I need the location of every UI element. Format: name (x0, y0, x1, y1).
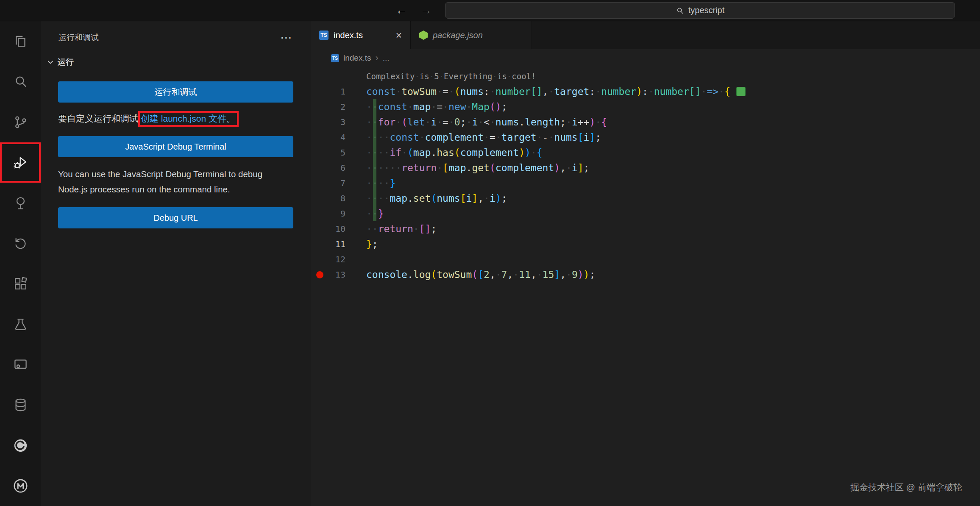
title-bar: ← → typescript (0, 0, 980, 21)
activity-m-logo[interactable] (0, 466, 41, 506)
code-line[interactable]: 6······return·[map.get(complement),·i]; (311, 160, 980, 175)
nav-back-button[interactable]: ← (392, 3, 411, 18)
code-line[interactable]: 12 (311, 252, 980, 267)
js-debug-terminal-button[interactable]: JavaScript Debug Terminal (58, 136, 293, 157)
editor-group: TS index.ts × package.json TS index.ts ›… (311, 21, 980, 506)
code-line[interactable]: 1const·towSum·=·(nums:·number[],·target:… (311, 84, 980, 99)
tab-label: package.json (433, 31, 483, 40)
breadcrumb-separator-icon: › (375, 53, 378, 64)
files-icon (13, 33, 28, 49)
code-line[interactable]: 10··return·[]; (311, 221, 980, 236)
activity-bar (0, 21, 41, 506)
history-circle-icon (13, 236, 28, 251)
more-actions-icon[interactable]: ⋯ (280, 33, 292, 42)
chevron-down-icon (47, 58, 54, 66)
command-center-search[interactable]: typescript (445, 2, 955, 19)
watermark: 掘金技术社区 @ 前端拿破轮 (850, 481, 962, 493)
code-line[interactable]: 2··const·map·=·new·Map(); (311, 99, 980, 114)
run-and-debug-button[interactable]: 运行和调试 (58, 81, 293, 103)
line-number[interactable]: 1 (311, 84, 345, 99)
nav-forward-button[interactable]: → (417, 3, 435, 18)
tab-index-ts[interactable]: TS index.ts × (311, 21, 411, 49)
activity-search[interactable] (0, 61, 41, 102)
code-line[interactable]: 13console.log(towSum([2,·7,·11,·15],·9))… (311, 267, 980, 282)
m-logo-icon (13, 478, 28, 494)
line-number[interactable]: 7 (311, 175, 345, 191)
tree-icon (13, 195, 28, 211)
complexity-indicator (736, 87, 746, 96)
tab-label: index.ts (334, 31, 363, 40)
database-icon (13, 397, 28, 413)
tab-package-json[interactable]: package.json (411, 21, 532, 49)
line-number[interactable]: 3 (311, 114, 345, 130)
line-number[interactable]: 6 (311, 160, 345, 175)
tab-bar: TS index.ts × package.json (311, 21, 980, 49)
activity-database[interactable] (0, 385, 41, 425)
npm-icon (419, 31, 428, 40)
line-number[interactable]: 5 (311, 145, 345, 160)
code-line[interactable]: 7····} (311, 175, 980, 191)
code-line[interactable]: 3··for·(let·i·=·0;·i·<·nums.length;·i++)… (311, 114, 980, 130)
code-line[interactable]: 11}; (311, 236, 980, 252)
activity-explorer[interactable] (0, 21, 41, 61)
search-icon (676, 6, 684, 15)
search-value: typescript (688, 6, 725, 15)
section-run-label: 运行 (58, 57, 74, 68)
annotation-box-link: 创建 launch.json 文件。 (138, 111, 239, 127)
line-number[interactable]: 10 (311, 221, 345, 236)
line-number[interactable]: 4 (311, 130, 345, 145)
activity-extensions[interactable] (0, 264, 41, 304)
breakpoint-icon[interactable] (316, 271, 323, 278)
extensions-icon (13, 276, 28, 292)
code-line[interactable]: 9··} (311, 206, 980, 221)
code-line[interactable]: 8····map.set(nums[i],·i); (311, 191, 980, 206)
debug-url-button[interactable]: Debug URL (58, 207, 293, 228)
js-debug-description: You can use the JavaScript Debug Termina… (58, 167, 293, 197)
line-number[interactable]: 12 (311, 252, 345, 267)
beaker-icon (13, 317, 28, 332)
activity-source-control[interactable] (0, 102, 41, 142)
activity-remote-screen[interactable] (0, 345, 41, 385)
breadcrumb-symbol[interactable]: ... (383, 53, 390, 63)
activity-testing[interactable] (0, 304, 41, 344)
code-line[interactable]: 5····if·(map.has(complement))·{ (311, 145, 980, 160)
breadcrumb: TS index.ts › ... (311, 49, 980, 67)
search-icon (13, 74, 28, 89)
line-number[interactable] (311, 69, 345, 84)
activity-circle-logo[interactable] (0, 425, 41, 465)
activity-tree[interactable] (0, 183, 41, 223)
codelens-row: Complexity·is·5·Everything·is·cool! (311, 69, 980, 84)
source-control-icon (13, 114, 28, 130)
line-number[interactable]: 2 (311, 99, 345, 114)
line-number[interactable]: 8 (311, 191, 345, 206)
line-number[interactable]: 11 (311, 236, 345, 252)
typescript-file-icon: TS (319, 31, 329, 40)
create-launch-json-link[interactable]: 创建 launch.json 文件 (141, 114, 226, 123)
code-line[interactable]: 4····const·complement·=·target·-·nums[i]… (311, 130, 980, 145)
circle-logo-icon (13, 438, 28, 453)
remote-screen-icon (13, 357, 28, 373)
breadcrumb-file[interactable]: index.ts (343, 53, 371, 63)
run-debug-sidebar: 运行和调试 ⋯ 运行 运行和调试 要自定义运行和调试创建 launch.json… (41, 21, 311, 506)
typescript-file-icon: TS (331, 54, 339, 62)
sidebar-title: 运行和调试 (58, 32, 99, 43)
customize-prefix: 要自定义运行和调试 (58, 114, 138, 123)
activity-history[interactable] (0, 223, 41, 264)
code-area[interactable]: Complexity·is·5·Everything·is·cool!1cons… (311, 67, 980, 506)
line-number[interactable]: 13 (311, 267, 345, 282)
customize-suffix: 。 (226, 114, 235, 123)
customize-hint: 要自定义运行和调试创建 launch.json 文件。 (58, 111, 293, 126)
activity-run-debug[interactable] (0, 142, 41, 183)
run-debug-icon (13, 155, 28, 170)
line-number[interactable]: 9 (311, 206, 345, 221)
section-run[interactable]: 运行 (41, 43, 311, 68)
close-icon[interactable]: × (395, 30, 402, 41)
indent-highlight-bar (373, 99, 376, 221)
